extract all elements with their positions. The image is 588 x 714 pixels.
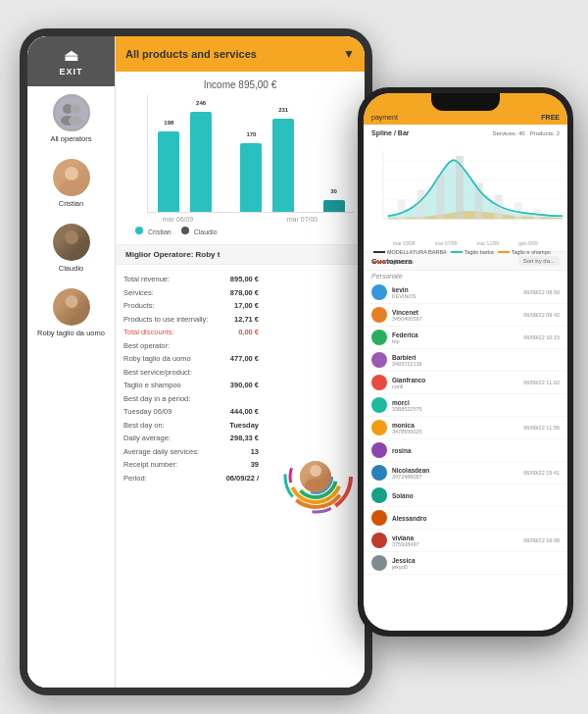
- bar-cristian-1: 198: [158, 131, 179, 212]
- stat-avg-daily-services: Average daily services: 13: [123, 445, 259, 459]
- bar-group-1: 198: [158, 131, 179, 212]
- customer-avatar: [371, 330, 387, 345]
- svg-rect-20: [456, 156, 464, 219]
- legend-item-claudio: Claudio: [181, 227, 218, 235]
- legend-text-taglio-shampo: Taglio e shampo: [512, 249, 551, 255]
- customer-avatar: [371, 487, 387, 503]
- legend-line-taglio-shampo: [498, 251, 510, 253]
- personale-section-label: Personale: [364, 271, 567, 281]
- svg-point-3: [69, 116, 82, 126]
- stat-best-service: Best service/product:: [123, 366, 259, 380]
- customer-row[interactable]: kevinKEVINOS06/09/22 08:50: [364, 281, 567, 304]
- legend-line-taglio-uom: [373, 261, 385, 263]
- customer-row[interactable]: Gianfrancoconli06/09/22 11:02: [364, 372, 567, 394]
- best-operator-bar: Miglior Operatore: Roby t: [116, 244, 365, 264]
- customer-avatar: [371, 533, 387, 548]
- customer-row[interactable]: rosina: [364, 439, 567, 462]
- income-title: Income 895,00 €: [125, 79, 355, 90]
- customer-row[interactable]: Barbieri3493722136: [364, 349, 567, 372]
- customer-name: Jessica: [392, 557, 560, 564]
- customer-avatar: [371, 307, 387, 323]
- bar-group-3: 170: [240, 143, 262, 212]
- customer-info: morci3388522575: [392, 399, 560, 412]
- bar-roby-1: 30: [323, 200, 345, 212]
- customer-avatar: [371, 352, 387, 368]
- legend-item-taglio-barba: Taglio barba: [451, 249, 494, 255]
- bar-claudio-1: 246: [190, 112, 212, 212]
- stat-products: Products: 17,00 €: [123, 299, 259, 313]
- customer-row[interactable]: Vincenet345040056706/09/22 09:42: [364, 304, 567, 327]
- donut-center-avatar: [300, 461, 331, 492]
- stat-internal-products: Products to use internally: 12,71 €: [123, 313, 259, 327]
- operator-claudio-label: Claudio: [59, 264, 83, 273]
- customer-row[interactable]: morci3388522575: [364, 394, 567, 417]
- customer-avatar: [371, 420, 387, 435]
- customer-row[interactable]: Jessicajekyd0: [364, 552, 567, 575]
- customer-date: 06/09/22 16:08: [523, 537, 560, 543]
- customer-list: kevinKEVINOS06/09/22 08:50Vincenet345040…: [364, 281, 567, 575]
- customer-id: conli: [392, 383, 523, 389]
- stat-daily-avg: Daily average: 298,33 €: [123, 432, 259, 445]
- exit-label: EXIT: [59, 67, 82, 76]
- customer-date: 06/09/22 11:56: [523, 425, 560, 431]
- legend-text-modellatura: MODELLATURA BARBA: [387, 249, 447, 255]
- sidebar-item-roby[interactable]: Roby taglio da uomo: [27, 280, 115, 345]
- exit-button[interactable]: ⏏ EXIT: [27, 36, 115, 86]
- stat-taglio: Taglio e shampoo 390,00 €: [123, 379, 259, 392]
- customer-row[interactable]: Federicatrip06/09/22 10:15: [364, 327, 567, 349]
- customer-info: kevinKEVINOS: [392, 286, 523, 299]
- legend-line-taglio-barba: [451, 251, 463, 253]
- customer-name: Solano: [392, 492, 560, 499]
- avatar-roby: [53, 288, 90, 326]
- legend-item-taglio-shampo: Taglio e shampo: [498, 249, 551, 255]
- avatar-cristian: [53, 159, 90, 196]
- stats-section: Total revenue: 895,00 € Services: 878,00…: [116, 264, 365, 688]
- customer-row[interactable]: Alessandro: [364, 507, 567, 530]
- legend-item-taglio-uom: Taglio uom: [373, 259, 414, 265]
- customer-avatar: [371, 465, 387, 481]
- bar-cristian-2: 170: [240, 143, 262, 212]
- svg-rect-21: [475, 183, 483, 220]
- sidebar-item-cristian[interactable]: Cristian: [27, 151, 115, 216]
- svg-rect-17: [398, 199, 406, 219]
- customer-id: jekyd0: [392, 564, 560, 570]
- customer-name: viviana: [392, 535, 523, 541]
- avatar-claudio: [53, 224, 90, 261]
- customer-name: Federica: [392, 332, 523, 338]
- customer-date: 06/09/22 10:15: [523, 334, 560, 340]
- customer-id: trip: [392, 338, 523, 344]
- customer-avatar: [371, 284, 387, 300]
- best-operator-text: Miglior Operatore: Roby t: [125, 250, 220, 259]
- bar-label-231: 231: [278, 107, 288, 113]
- sidebar-item-claudio[interactable]: Claudio: [27, 216, 115, 280]
- dropdown-arrow-icon[interactable]: ▼: [343, 47, 355, 61]
- customer-id: 3450400567: [392, 316, 523, 322]
- svg-rect-19: [436, 176, 444, 220]
- legend-item-modellatura: MODELLATURA BARBA: [373, 249, 447, 255]
- operator-roby-label: Roby taglio da uomo: [37, 329, 105, 337]
- stat-period: Period: 06/09/22 /: [123, 472, 259, 485]
- customer-info: Nicolasdean3472488087: [392, 467, 523, 480]
- customer-row[interactable]: Solano: [364, 484, 567, 507]
- avatar-all: [53, 94, 90, 131]
- customer-row[interactable]: viviana37592849706/09/22 16:08: [364, 530, 567, 552]
- sidebar-item-all-operators[interactable]: All operators: [27, 86, 115, 151]
- sidebar: ⏏ EXIT All operators: [27, 36, 116, 688]
- customer-name: Vincenet: [392, 309, 523, 316]
- customer-row[interactable]: monica347855602506/09/22 11:56: [364, 417, 567, 439]
- stat-discounts: Total discounts: 0,00 €: [123, 326, 259, 339]
- customer-avatar: [371, 397, 387, 413]
- phone-customers: Customers Sort by da... Personale kevinK…: [364, 252, 567, 631]
- bar-label-30: 30: [330, 188, 337, 194]
- customer-name: Gianfranco: [392, 377, 523, 383]
- bar-label-170: 170: [246, 131, 256, 137]
- customer-info: Jessicajekyd0: [392, 557, 560, 570]
- phone-topbar-title: payment: [371, 114, 398, 121]
- customer-row[interactable]: Nicolasdean347248808706/09/22 15:41: [364, 462, 567, 484]
- legend-label-cristian: Cristian: [148, 229, 172, 235]
- bar-group-2: 246: [190, 112, 212, 212]
- main-content: All products and services ▼ Income 895,0…: [116, 36, 365, 688]
- stat-services: Services: 878,00 €: [123, 286, 259, 300]
- bar-label-198: 198: [164, 120, 173, 126]
- svg-rect-23: [514, 202, 522, 219]
